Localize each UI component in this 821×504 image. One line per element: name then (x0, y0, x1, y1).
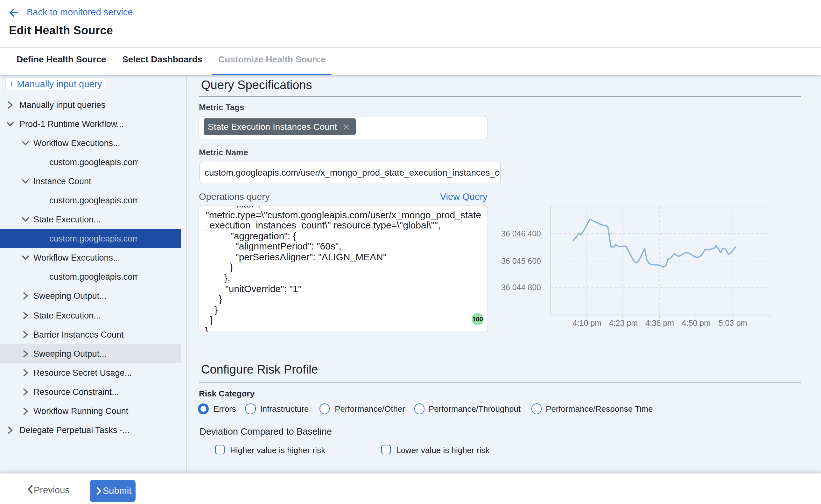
svg-text:5:03 pm: 5:03 pm (719, 319, 747, 327)
svg-text:4:23 pm: 4:23 pm (609, 319, 638, 327)
svg-text:36 045 600: 36 045 600 (501, 256, 541, 265)
svg-text:36 044 800: 36 044 800 (501, 283, 541, 292)
svg-text:4:10 pm: 4:10 pm (573, 319, 601, 327)
svg-text:36 046 400: 36 046 400 (501, 229, 541, 238)
svg-text:4:36 pm: 4:36 pm (645, 319, 674, 327)
svg-text:4:50 pm: 4:50 pm (682, 319, 711, 327)
